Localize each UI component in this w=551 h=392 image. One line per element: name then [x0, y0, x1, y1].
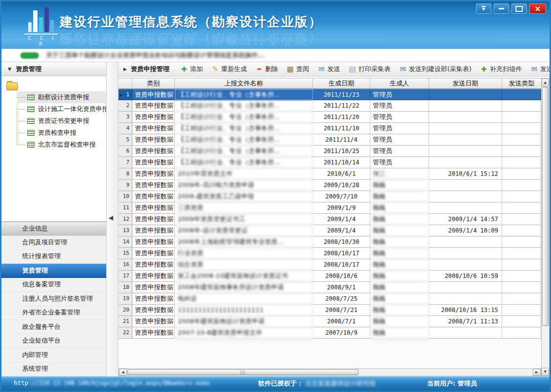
table-row[interactable]: ▶10 资质申报数据 2009-建筑资质工乙级申报 2009/7/10 魏巍	[118, 191, 541, 202]
tree-item-1[interactable]: 设计施工一体化资质申报	[17, 103, 106, 115]
table-row[interactable]: ▶12 资质申报数据 2009年资质变更证书工 2009/1/4 魏巍 2009…	[118, 214, 541, 225]
cell-send-date: 2009/1/4 10:09	[429, 225, 502, 236]
table-row[interactable]: ▶14 资质申报数据 2008年上海勘察管理建筑专业资质… 2008/10/30…	[118, 236, 541, 248]
toolbar-button-7[interactable]: 补充扫描件	[480, 65, 522, 74]
cell-send-type	[502, 305, 541, 316]
menu-item-8[interactable]: 企业短信平台	[1, 334, 106, 349]
maximize-button[interactable]	[512, 3, 527, 14]
table-row[interactable]: ▶19 资质申报数据 电科设 2008/7/25 魏巍	[118, 293, 541, 305]
cell-send-date	[429, 327, 502, 339]
toolbar-button-4[interactable]: 发送	[317, 65, 340, 74]
column-header-send-type[interactable]: 发送类型	[502, 78, 541, 89]
scroll-right-icon[interactable]: ▶	[533, 369, 541, 376]
menu-item-9[interactable]: 内部管理	[1, 348, 106, 362]
toolbar-button-8[interactable]: 发送扫描件	[530, 65, 551, 74]
toolbar-button-2[interactable]: 删除	[255, 65, 278, 74]
table-row[interactable]: ▶21 资质申报数据 2008年建筑装饰设计资质申请 2008/7/1 魏巍 2…	[118, 316, 541, 327]
table-row[interactable]: ▶15 资质申报数据 行业资质 2008/10/17 魏巍	[118, 248, 541, 259]
table-row[interactable]: ▶11 资质申报数据 三类资质 2009/1/9 魏巍	[118, 202, 541, 214]
toolbar-buttons: 添加 重新生成 删除 查阅 发送 打印采集表 发送到建设部(采集表) 补充扫描件…	[180, 65, 551, 74]
horizontal-scroll-thumb[interactable]	[127, 369, 358, 375]
toolbar-button-1[interactable]: 重新生成	[211, 65, 247, 74]
table-row[interactable]: ▶13 资质申报数据 2008年-设计资质变更证 2009/1/4 魏巍 200…	[118, 225, 541, 236]
table-row[interactable]: ▶17 资质申报数据 第工会2008-10建筑装饰设计资质证书 2008/10/…	[118, 271, 541, 282]
minimize-button[interactable]	[494, 3, 509, 14]
cell-category: 资质申报数据	[132, 100, 175, 112]
scroll-left-icon[interactable]: ◀	[119, 369, 127, 376]
cell-send-type	[502, 327, 541, 339]
horizontal-scrollbar[interactable]: ◀ ▶	[118, 368, 541, 376]
toolbar-button-0[interactable]: 添加	[180, 65, 203, 74]
close-button[interactable]: ×	[529, 3, 546, 14]
menu-item-label: 系统管理	[22, 364, 48, 373]
table-row[interactable]: ▶1 资质申报数据 【工程设计行业、专业（含事务所... 2011/11/23 …	[118, 89, 541, 100]
menu-item-6[interactable]: 外省市企业备案管理	[1, 306, 106, 320]
cell-row-number: ▶1	[118, 89, 132, 100]
scroll-down-icon[interactable]: ▼	[542, 368, 549, 376]
cell-send-date: 2008/7/1 11:13	[429, 316, 502, 327]
cell-category: 资质申报数据	[132, 293, 175, 305]
mail-icon	[399, 66, 407, 73]
cell-send-type	[502, 271, 541, 282]
tree-item-2[interactable]: 资质证书变更申报	[17, 115, 106, 127]
column-header-generated-by[interactable]: 生成人	[370, 78, 429, 89]
column-header-file-name[interactable]: 上报文件名称	[175, 78, 313, 89]
table-row[interactable]: ▶8 资质申报数据 2010年度资质文件 2010/6/1 张三 2010/6/…	[118, 168, 541, 180]
cell-row-number: ▶17	[118, 271, 132, 282]
cell-file-name: 【工程设计行业、专业（含事务所...	[175, 146, 313, 157]
cell-send-type	[502, 259, 541, 271]
table-row[interactable]: ▶20 资质申报数据 111111111111111111111 2008/7/…	[118, 305, 541, 316]
tree-item-3[interactable]: 资质检查申报	[17, 127, 106, 139]
cell-row-number: ▶2	[118, 100, 132, 112]
close-icon: ×	[535, 4, 541, 13]
cell-generated-by: 管理员	[370, 89, 429, 100]
splitter[interactable]: ◀	[107, 62, 118, 376]
table-row[interactable]: ▶6 资质申报数据 【工程设计行业、专业（含事务所... 2011/10/25 …	[118, 146, 541, 157]
table-row[interactable]: ▶5 资质申报数据 【工程设计行业、专业（含事务所... 2011/11/4 管…	[118, 134, 541, 146]
cell-category: 资质申报数据	[132, 282, 175, 293]
vertical-scrollbar[interactable]: ▲ ▼	[541, 78, 550, 376]
tree-item-label: 资质证书变更申报	[38, 117, 89, 125]
table-row[interactable]: ▶3 资质申报数据 【工程设计行业、专业（含事务所... 2011/11/20 …	[118, 112, 541, 123]
menu-item-7[interactable]: 政企服务平台	[1, 320, 106, 334]
vertical-scroll-thumb[interactable]	[542, 87, 549, 326]
column-header-category[interactable]: 类别	[132, 78, 175, 89]
window-menu-button[interactable]: ▼	[476, 3, 491, 14]
cell-file-name: 2008年建筑装饰事务所设计资质申请	[175, 282, 313, 293]
toolbar-button-3[interactable]: 查阅	[286, 65, 309, 74]
chevron-down-icon: ▼	[8, 67, 11, 72]
table-row[interactable]: ▶7 资质申报数据 【工程设计行业、专业（含事务所... 2011/10/14 …	[118, 157, 541, 168]
cell-category: 资质申报数据	[132, 225, 175, 236]
tree-item-4[interactable]: 北京市监督检查申报	[17, 139, 106, 151]
menu-item-0[interactable]: 企业信息	[1, 222, 106, 236]
menu-item-2[interactable]: 统计报表管理	[1, 250, 106, 264]
cell-generate-date: 2011/10/14	[313, 157, 370, 168]
table-row[interactable]: ▶4 资质申报数据 【工程设计行业、专业（含事务所... 2011/11/10 …	[118, 123, 541, 134]
toolbar-button-5[interactable]: 打印采集表	[349, 65, 391, 74]
menu-item-5[interactable]: 注册人员与照片签名管理	[1, 292, 106, 306]
toolbar-button-label: 重新生成	[221, 65, 247, 74]
tree-item-0[interactable]: 勘察设计资质申报	[17, 91, 106, 103]
table-row[interactable]: ▶9 资质申报数据 2009年-四川电力资质申请 2009/10/28 魏巍	[118, 180, 541, 191]
column-header-send-date[interactable]: 发送日期	[429, 78, 502, 89]
table-row[interactable]: ▶16 资质申报数据 综合资质 2008/10/17 魏巍	[118, 259, 541, 271]
collapse-panel-icon[interactable]: ◀	[109, 214, 113, 221]
cell-send-date	[429, 100, 502, 112]
menu-item-1[interactable]: 合同及项目管理	[1, 235, 106, 250]
menu-item-10[interactable]: 系统管理	[1, 362, 106, 377]
cell-send-date: 2008/10/16 13:15	[429, 305, 502, 316]
menu-item-3[interactable]: 资质管理	[1, 264, 106, 278]
menu-item-4[interactable]: 信息备案管理	[1, 278, 106, 292]
mail-icon	[317, 66, 325, 73]
table-row[interactable]: ▶2 资质申报数据 【工程设计行业、专业（含事务所... 2011/11/22 …	[118, 100, 541, 112]
toolbar-button-6[interactable]: 发送到建设部(采集表)	[399, 65, 472, 74]
column-header-generate-date[interactable]: 生成日期	[313, 78, 370, 89]
cell-category: 资质申报数据	[132, 327, 175, 339]
sidebar-header[interactable]: ▼ 资质管理	[1, 62, 106, 76]
scroll-up-icon[interactable]: ▲	[542, 78, 549, 86]
folder-icon[interactable]	[6, 82, 18, 90]
table-row[interactable]: ▶18 资质申报数据 2008年建筑装饰事务所设计资质申请 2008/9/1 魏…	[118, 282, 541, 293]
toolbar-title: ▶ 资质申报管理	[123, 65, 169, 74]
table-row[interactable]: ▶22 资质申报数据 2007-10-8建筑资质申报文件 2007/10/9 魏…	[118, 327, 541, 339]
table-zone: 类别 上报文件名称 生成日期 生成人 发送日期 发送类型 ▶1 资质申报数据 【…	[118, 77, 550, 376]
